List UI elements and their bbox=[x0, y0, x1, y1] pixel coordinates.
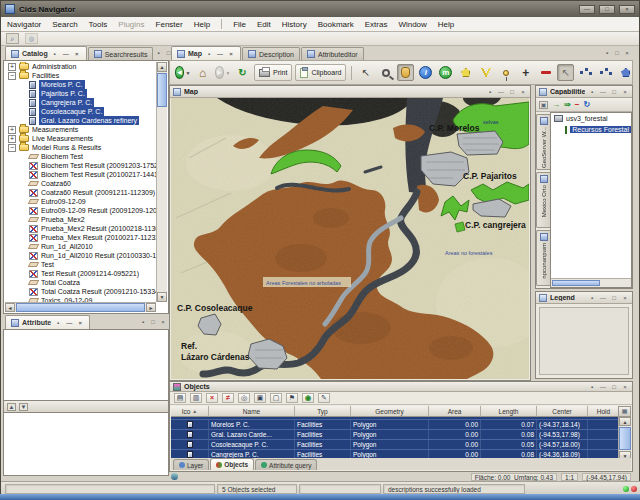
tree-item-model-runs[interactable]: −Model Runs & Results bbox=[5, 143, 156, 152]
minimize-icon[interactable]: — bbox=[599, 294, 607, 302]
select-tool-button[interactable]: ↖ bbox=[357, 64, 374, 81]
window-maximize-button[interactable]: □ bbox=[599, 5, 615, 14]
sort-ascending-icon[interactable]: ▲ bbox=[7, 403, 16, 411]
tree-item-model-result[interactable]: Biochem Test Result (20091203-175226) bbox=[5, 161, 156, 170]
remove-all-objects-icon[interactable]: ≠ bbox=[222, 393, 234, 403]
pin-icon[interactable]: ▪ bbox=[51, 50, 59, 58]
copy-geometry-icon[interactable]: ▣ bbox=[254, 393, 266, 403]
pin-icon[interactable]: ▪ bbox=[54, 319, 62, 327]
vertical-scrollbar[interactable]: ▲▼ bbox=[156, 62, 167, 302]
tab-layer[interactable]: Layer bbox=[173, 459, 209, 470]
refresh-capabilities-icon[interactable]: ↻ bbox=[583, 100, 590, 109]
horizontal-scrollbar[interactable] bbox=[551, 278, 631, 287]
column-header-typ[interactable]: Typ bbox=[295, 406, 351, 417]
vertical-scrollbar[interactable]: ▲ ▼ bbox=[618, 417, 631, 460]
minimize-icon[interactable]: — bbox=[599, 88, 607, 96]
tree-item-pajaritos[interactable]: Pajaritos P. C. bbox=[5, 89, 156, 98]
minimize-icon[interactable]: — bbox=[62, 50, 70, 58]
minimize-icon[interactable]: — bbox=[65, 319, 73, 327]
zoom-tool-button[interactable] bbox=[377, 64, 394, 81]
scrollbar-thumb[interactable] bbox=[552, 280, 600, 286]
pan-tool-button[interactable] bbox=[397, 64, 414, 81]
forward-button[interactable]: ►▼ bbox=[214, 64, 231, 81]
sort-descending-icon[interactable]: ▼ bbox=[19, 403, 28, 411]
tree-item-model-result[interactable]: Run_1d_All2010 Result (20100330-185952) bbox=[5, 251, 156, 260]
maximize-icon[interactable]: □ bbox=[149, 318, 157, 326]
blue-polygon-button[interactable] bbox=[617, 64, 634, 81]
minimize-icon[interactable]: — bbox=[599, 383, 607, 391]
close-icon[interactable]: × bbox=[227, 50, 235, 58]
close-icon[interactable]: × bbox=[621, 383, 629, 391]
tree-item-model-run[interactable]: Biochem Test bbox=[5, 152, 156, 161]
chevron-down-icon[interactable]: ▼ bbox=[185, 70, 190, 76]
scrollbar-thumb[interactable] bbox=[16, 303, 145, 312]
pin-icon[interactable]: ▪ bbox=[588, 88, 596, 96]
menu-history[interactable]: History bbox=[282, 20, 307, 29]
capability-layer-item[interactable]: Recursos Forestal bbox=[551, 124, 631, 135]
expand-icon[interactable]: + bbox=[8, 135, 16, 143]
clipboard-button[interactable]: Clipboard bbox=[295, 64, 346, 81]
tree-item-model-run[interactable]: Prueba_Mex2 bbox=[5, 215, 156, 224]
scroll-right-icon[interactable]: ► bbox=[146, 303, 156, 312]
delete-object-icon[interactable]: × bbox=[206, 393, 218, 403]
table-row[interactable]: Gral. Lazaro Carde... Facilities Polygon… bbox=[171, 430, 618, 440]
tab-attribute[interactable]: Attribute ▪—× bbox=[5, 315, 90, 329]
close-icon[interactable]: × bbox=[621, 88, 629, 96]
tree-item-model-result[interactable]: Eutro09-12-09 Result (20091209-120427) bbox=[5, 206, 156, 215]
maximize-icon[interactable]: □ bbox=[610, 88, 618, 96]
table-row[interactable]: Cosoleacaque P. C. Facilities Polygon 0.… bbox=[171, 440, 618, 450]
flag-icon[interactable]: ⚑ bbox=[286, 393, 298, 403]
attribute-table-area[interactable] bbox=[3, 329, 169, 401]
maximize-icon[interactable]: □ bbox=[610, 383, 618, 391]
maximize-icon[interactable]: □ bbox=[610, 294, 618, 302]
map-canvas[interactable]: C.P. Morelos C.P. Pajaritos C.P. cangrej… bbox=[171, 98, 529, 379]
collapse-icon[interactable]: − bbox=[8, 144, 16, 152]
tree-item-measurements[interactable]: +Measurements bbox=[5, 125, 156, 134]
minimize-icon[interactable]: — bbox=[497, 88, 505, 96]
tree-item-lazaro-cardenas-refinery[interactable]: Gral. Lazaro Cardenas refinery bbox=[5, 116, 156, 125]
pin-icon[interactable]: ▪ bbox=[603, 49, 611, 57]
collapse-icon[interactable]: − bbox=[8, 72, 16, 80]
tree-item-administration[interactable]: +Administration bbox=[5, 62, 156, 71]
sound-icon[interactable]: ◍ bbox=[25, 33, 38, 44]
new-geometry-button[interactable]: ↖ bbox=[557, 64, 574, 81]
remove-feature-button[interactable] bbox=[537, 64, 554, 81]
add-object-icon[interactable]: ▤ bbox=[174, 393, 186, 403]
menu-help-2[interactable]: Help bbox=[438, 20, 454, 29]
column-header-area[interactable]: Area bbox=[429, 406, 481, 417]
tree-item-model-result[interactable]: Coatza60 Result (20091211-112309) bbox=[5, 188, 156, 197]
expand-icon[interactable]: + bbox=[8, 126, 16, 134]
pin-icon[interactable]: ▪ bbox=[139, 318, 147, 326]
tree-item-model-run[interactable]: Coatza60 bbox=[5, 179, 156, 188]
column-header-hold[interactable]: Hold bbox=[588, 406, 618, 417]
menu-help[interactable]: Help bbox=[194, 20, 210, 29]
column-config-button[interactable]: ▦ bbox=[618, 406, 631, 417]
menu-tools[interactable]: Tools bbox=[89, 20, 108, 29]
close-icon[interactable]: × bbox=[623, 49, 631, 57]
maximize-icon[interactable]: □ bbox=[613, 49, 621, 57]
menu-extras[interactable]: Extras bbox=[365, 20, 388, 29]
vtab-geoserver[interactable]: GeoServer W... bbox=[536, 114, 550, 170]
column-header-ico[interactable]: Ico▲ bbox=[171, 406, 209, 417]
tree-item-model-result[interactable]: Total Coatza Result (20091210-153347) bbox=[5, 287, 156, 296]
home-button[interactable]: ⌂ bbox=[194, 64, 211, 81]
vtab-mexico-orto[interactable]: Mexico Orto bbox=[536, 172, 550, 228]
tab-description[interactable]: Description bbox=[242, 47, 300, 60]
column-header-center[interactable]: Center bbox=[537, 406, 588, 417]
tree-item-live-measurements[interactable]: +Live Measurements bbox=[5, 134, 156, 143]
column-header-geometry[interactable]: Geometry bbox=[351, 406, 429, 417]
move-feature-button[interactable]: + bbox=[517, 64, 534, 81]
expand-icon[interactable]: + bbox=[8, 63, 16, 71]
polyline-tool-button[interactable] bbox=[477, 64, 494, 81]
locate-object-icon[interactable]: ◎ bbox=[238, 393, 250, 403]
remove-capability-icon[interactable]: − bbox=[575, 100, 580, 109]
column-header-name[interactable]: Name bbox=[209, 406, 295, 417]
table-row[interactable]: Morelos P. C. Facilities Polygon 0.00 0.… bbox=[171, 420, 618, 430]
polygon-tool-button[interactable] bbox=[457, 64, 474, 81]
menu-navigator[interactable]: Navigator bbox=[7, 20, 41, 29]
close-icon[interactable]: × bbox=[73, 50, 81, 58]
tab-attribute-query[interactable]: Attribute query bbox=[255, 459, 317, 470]
back-button[interactable]: ◄▼ bbox=[174, 64, 191, 81]
world-zoom-icon[interactable]: ◉ bbox=[302, 393, 314, 403]
scroll-up-icon[interactable]: ▲ bbox=[619, 417, 631, 426]
